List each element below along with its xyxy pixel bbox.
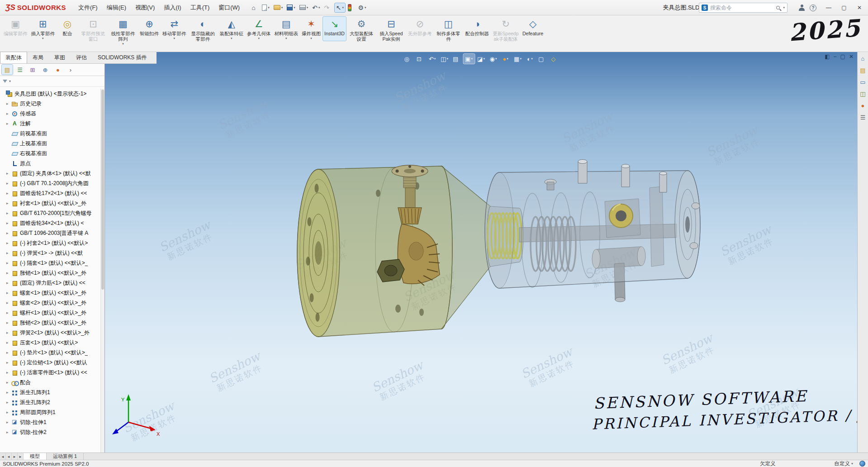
tree-item[interactable]: ▸ (-) 弹簧<1> -> (默认) <<默 bbox=[0, 248, 100, 258]
tab-evaluate[interactable]: 评估 bbox=[71, 52, 92, 63]
dropdown-caret-icon[interactable]: ▾ bbox=[294, 6, 295, 10]
new-document-button[interactable]: ▾ bbox=[261, 3, 271, 12]
dropdown-caret-icon[interactable]: ▾ bbox=[42, 37, 44, 40]
dropdown-caret-icon[interactable]: ▾ bbox=[310, 37, 312, 40]
dropdown-caret-icon[interactable]: ▾ bbox=[173, 37, 175, 40]
expander-icon[interactable]: ▸ bbox=[6, 420, 11, 424]
tree-item[interactable]: ▸ 传感器 bbox=[0, 109, 100, 119]
featuremanager-tab[interactable]: ▤ bbox=[2, 65, 13, 75]
tree-item[interactable]: ▸ (-) 衬套2<1> (默认) <<默认> bbox=[0, 238, 100, 248]
show-hidden-components-button[interactable]: ◐ 显示隐藏的零部件 ▾ bbox=[189, 17, 218, 46]
insert-speedpak-instance-button[interactable]: ⊟ 插入SpeedPak实例 ▾ bbox=[377, 17, 406, 46]
dropdown-caret-icon[interactable]: ▾ bbox=[471, 57, 473, 61]
tree-item[interactable]: ▸ 注解 bbox=[0, 119, 100, 129]
dropdown-caret-icon[interactable]: ▾ bbox=[520, 57, 522, 61]
file-explorer-tab[interactable]: ▭ bbox=[859, 77, 868, 86]
resources-tab[interactable]: ⌂ bbox=[859, 54, 868, 63]
dropdown-caret-icon[interactable]: ▾ bbox=[285, 37, 287, 40]
no-external-references-button[interactable]: ⊘ 无外部参考 ▾ bbox=[407, 17, 433, 41]
redo-button[interactable]: ↷ ▾ bbox=[323, 3, 333, 12]
instant3d-button[interactable]: ↘ Instant3D ▾ bbox=[323, 17, 346, 41]
tab-scroll-arrow[interactable]: ◂ bbox=[6, 453, 12, 460]
tree-item[interactable]: ▸ 派生孔阵列1 bbox=[0, 387, 100, 397]
model-tab[interactable]: 模型 bbox=[24, 453, 47, 460]
expander-icon[interactable]: ▸ bbox=[6, 300, 11, 305]
view-palette-tab[interactable]: ◫ bbox=[859, 89, 868, 98]
expander-icon[interactable]: ▸ bbox=[6, 291, 11, 295]
appearances-scenes-tab[interactable]: ● bbox=[859, 101, 868, 110]
tree-item[interactable]: ▸ (-) 隔套<1> (默认) <<默认>_ bbox=[0, 258, 100, 268]
motion-study-tab[interactable]: 运动算例 1 bbox=[47, 453, 84, 460]
dropdown-caret-icon[interactable]: ▾ bbox=[258, 37, 260, 40]
display-style-button[interactable]: ◪ ▾ bbox=[475, 54, 487, 64]
expander-icon[interactable]: ▸ bbox=[6, 370, 11, 375]
displaymanager-tab[interactable]: ● bbox=[52, 65, 63, 75]
previous-view-button[interactable]: ↶ ▾ bbox=[427, 54, 438, 64]
dropdown-caret-icon[interactable]: ▾ bbox=[307, 6, 308, 10]
tree-item[interactable]: ▸ 压套<1> (默认) <<默认> bbox=[0, 338, 100, 348]
tree-item[interactable]: ▸ 螺杆<1> (默认) <<默认>_外 bbox=[0, 308, 100, 318]
dropdown-caret-icon[interactable]: ▾ bbox=[483, 57, 485, 61]
command-search[interactable]: S 搜索命令 ▾ bbox=[699, 3, 787, 13]
move-component-button[interactable]: ⇄ 移动零部件 ▾ bbox=[161, 17, 188, 41]
options-button[interactable]: ⚙ ▾ bbox=[357, 3, 368, 12]
menu-item[interactable]: 编辑(E) bbox=[103, 1, 130, 14]
mate-controller-button[interactable]: ◑ 配合控制器 ▾ bbox=[464, 17, 490, 41]
dropdown-caret-icon[interactable]: ▾ bbox=[365, 6, 366, 10]
dropdown-caret-icon[interactable]: ▾ bbox=[268, 6, 270, 10]
dropdown-caret-icon[interactable]: ▾ bbox=[342, 6, 344, 10]
zoom-to-area-button[interactable]: ⊡ ▾ bbox=[414, 54, 426, 64]
dropdown-caret-icon[interactable]: ▾ bbox=[531, 57, 533, 61]
dropdown-caret-icon[interactable]: ▾ bbox=[851, 462, 853, 466]
expander-icon[interactable]: ▸ bbox=[6, 191, 11, 195]
expander-icon[interactable]: ▸ bbox=[6, 310, 11, 315]
tree-item[interactable]: ▸ (-) 定位销<1> (默认) <<默认 bbox=[0, 357, 100, 367]
tree-item[interactable]: ▸ 夹具总图 (默认) <显示状态-1> bbox=[0, 89, 100, 99]
large-assembly-settings-button[interactable]: ⚙ 大型装配体设置 ▾ bbox=[347, 17, 376, 46]
defeature-button[interactable]: ◇ Defeature ▾ bbox=[521, 17, 545, 41]
dock-pane-button[interactable]: ◧ bbox=[825, 53, 830, 60]
tab-assembly[interactable]: 装配体 bbox=[0, 52, 27, 63]
dropdown-caret-icon[interactable]: ▾ bbox=[281, 6, 283, 10]
tree-item[interactable]: ▸ 配合 bbox=[0, 377, 100, 387]
tree-scrollbar[interactable] bbox=[100, 89, 104, 453]
expander-icon[interactable]: ▸ bbox=[6, 390, 11, 395]
custom-properties-tab[interactable]: ☰ bbox=[859, 113, 868, 122]
tree-item[interactable]: ▸ 螺套<2> (默认) <<默认>_外 bbox=[0, 298, 100, 308]
configurationmanager-tab[interactable]: ⊞ bbox=[27, 65, 38, 75]
tab-sketch[interactable]: 草图 bbox=[49, 52, 71, 63]
tree-item[interactable]: ▸ 圆锥齿轮34×2<1> (默认) < bbox=[0, 218, 100, 228]
dropdown-caret-icon[interactable]: ▾ bbox=[507, 57, 508, 61]
edit-appearance-button[interactable]: ● ▾ bbox=[500, 54, 511, 64]
tab-solidworks-addins[interactable]: SOLIDWORKS 插件 bbox=[92, 52, 152, 63]
dropdown-caret-icon[interactable]: ▾ bbox=[446, 57, 448, 61]
expander-icon[interactable]: ▸ bbox=[6, 400, 11, 405]
frame-button[interactable]: ▢ ▾ bbox=[536, 54, 548, 64]
edit-component-button[interactable]: ▣ 编辑零部件 ▾ bbox=[2, 17, 29, 41]
search-dropdown-caret-icon[interactable]: ▾ bbox=[783, 6, 785, 10]
expander-icon[interactable]: ▸ bbox=[6, 181, 11, 186]
tree-item[interactable]: ▸ 原点 bbox=[0, 158, 100, 168]
make-multibody-part-button[interactable]: ◫ 制作多体零件 ▾ bbox=[434, 17, 463, 46]
tree-item[interactable]: ▸ 圆锥齿轮17×2<1> (默认) << bbox=[0, 188, 100, 198]
save-button[interactable]: ▾ bbox=[285, 3, 297, 12]
expander-icon[interactable]: ▸ bbox=[6, 350, 11, 355]
tree-item[interactable]: ▸ 前视基准面 bbox=[0, 129, 100, 138]
exploded-view-button[interactable]: ✶ 爆炸视图 ▾ bbox=[300, 17, 322, 41]
bill-of-materials-button[interactable]: ▤ 材料明细表 ▾ bbox=[273, 17, 300, 41]
dimxpertmanager-tab[interactable]: ⊕ bbox=[40, 65, 51, 75]
dropdown-caret-icon[interactable]: ▾ bbox=[231, 37, 232, 40]
expand-tabs-chevron[interactable]: › bbox=[65, 65, 76, 75]
tree-item[interactable]: ▸ 右视基准面 bbox=[0, 148, 100, 158]
tree-item[interactable]: ▸ (-) GB/T 70.1-2008[内六角圆 bbox=[0, 178, 100, 188]
tab-scroll-arrow[interactable]: ▸ bbox=[18, 453, 24, 460]
menu-item[interactable]: 插入(I) bbox=[160, 1, 185, 14]
update-speedpak-subassembly-button[interactable]: ↻ 更新Speedpak子装配体 ▾ bbox=[491, 17, 520, 46]
tab-scroll-arrow[interactable]: ◂ bbox=[0, 453, 6, 460]
doc-minimize-button[interactable]: − bbox=[834, 53, 837, 60]
menu-item[interactable]: 视图(V) bbox=[131, 1, 159, 14]
home-button[interactable]: ⌂ ▾ bbox=[250, 3, 259, 12]
performance-button[interactable]: ◇ ▾ bbox=[549, 54, 560, 64]
doc-close-button[interactable]: ✕ bbox=[849, 53, 854, 60]
propertymanager-tab[interactable]: ☰ bbox=[14, 65, 25, 75]
